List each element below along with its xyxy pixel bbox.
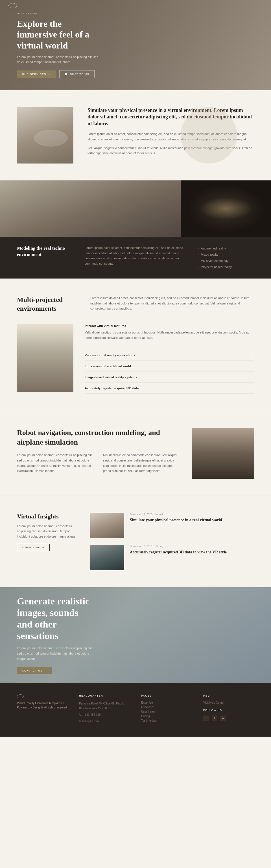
footer-brand-col: Virtual Reality Elementor Template Kit. … <box>17 694 68 725</box>
modeling-left-col: Modeling the real techno environment <box>17 245 73 270</box>
services-button[interactable]: Our Services → <box>17 70 56 78</box>
modeling-section: Modeling the real techno environment Lor… <box>0 180 271 279</box>
facebook-icon[interactable]: f <box>203 715 209 721</box>
article-body-1: December 11, 2023 Virtual Simulate your … <box>130 513 222 523</box>
robot-text-right: Nisi ut aliquip ex ea commodo consequat.… <box>103 453 181 474</box>
footer-follow-heading: Follow Us <box>203 709 254 712</box>
hero-description: Lorem ipsum dolor sit amet, consectetur … <box>17 55 102 65</box>
multi-title: Multi-projected environments <box>17 296 79 313</box>
accordion-plus-icon-2: + <box>251 364 254 369</box>
insights-section: Virtual Insights Lorem ipsum dolor sit a… <box>0 496 271 587</box>
footer-help-center[interactable]: Visit Help Center <box>203 701 254 704</box>
modeling-image-left <box>0 180 181 237</box>
footer-page-expertise[interactable]: Expertise <box>141 701 192 704</box>
accordion-label-1: Various virtual reality applications <box>85 353 135 357</box>
footer-phone: 📞 +123 456 789 <box>79 712 130 717</box>
hero-tag: Integrated <box>17 12 102 15</box>
footer-headquarters-col: Headquarter Paradise Road 70, Office 09,… <box>79 694 130 725</box>
accordion-plus-icon-4: + <box>251 386 254 391</box>
list-item: VR-style technology <box>198 258 254 264</box>
subscribe-button[interactable]: Subscribe → <box>17 544 50 551</box>
presence-image <box>17 107 73 163</box>
article-meta-1: December 11, 2023 Virtual <box>130 513 222 516</box>
article-title-1[interactable]: Simulate your physical presence in a rea… <box>130 517 222 523</box>
presence-text2: Velit aliquei sagittis id consectetur pu… <box>87 146 254 156</box>
robot-text-left: Lorem ipsum dolor sit amet, consectetur … <box>17 453 94 474</box>
chat-button[interactable]: 💬 Chat To Us <box>59 70 94 78</box>
modeling-images <box>0 180 271 237</box>
footer-page-userinsight[interactable]: User Insight <box>141 710 192 713</box>
article-category-1: Virtual <box>156 513 163 516</box>
contact-button[interactable]: Contact Us → <box>17 667 52 674</box>
footer-help-col: Help Visit Help Center Follow Us f t ▶ <box>203 694 254 725</box>
footer-logo <box>17 694 24 698</box>
robot-image <box>192 428 254 479</box>
multi-image <box>17 324 73 392</box>
insights-description: Lorem ipsum dolor sit amet, consectetur … <box>17 524 79 539</box>
insights-title: Virtual Insights <box>17 513 79 520</box>
hero-content: Integrated Explore the immersive feel of… <box>0 1 118 89</box>
multi-accordion: Interact with virtual features Velit ali… <box>85 324 254 394</box>
robot-content: Robot navigation, construction modeling,… <box>17 428 181 479</box>
list-item: Mixed reality <box>198 251 254 258</box>
article-category-2: Strong <box>156 545 163 548</box>
multi-section: Multi-projected environments Lorem ipsum… <box>0 279 271 411</box>
robot-title: Robot navigation, construction modeling,… <box>17 428 181 447</box>
presence-title: Simulate your physical presence in a vir… <box>87 107 254 127</box>
arrow-right-icon: → <box>42 546 45 549</box>
multi-description: Lorem ipsum dolor sit amet, consectetur … <box>90 296 254 311</box>
accordion-item-1[interactable]: Various virtual reality applications + <box>85 350 254 361</box>
footer-pages-heading: Pages <box>141 694 192 697</box>
presence-text1: Lorem ipsum dolor sit amet, consectetur … <box>87 131 254 142</box>
accordion-item-2[interactable]: Look around the artificial world + <box>85 361 254 372</box>
modeling-image-right <box>181 180 271 237</box>
feature-list: Augmented reality Mixed reality VR-style… <box>198 245 254 270</box>
article-card-2: November 16, 2023 Strong Accurately regi… <box>90 545 254 570</box>
footer-page-pricing[interactable]: Pricing <box>141 715 192 718</box>
insights-header: Virtual Insights Lorem ipsum dolor sit a… <box>17 513 254 570</box>
generate-title: Generate realistic images, sounds and ot… <box>17 596 96 642</box>
twitter-icon[interactable]: t <box>212 715 217 721</box>
hero-buttons: Our Services → 💬 Chat To Us <box>17 70 102 78</box>
youtube-icon[interactable]: ▶ <box>220 715 226 721</box>
article-image-2 <box>90 545 124 570</box>
accordion-plus-icon-1: + <box>251 353 254 358</box>
list-item: Augmented reality <box>198 245 254 251</box>
accordion-label-2: Look around the artificial world <box>85 365 131 368</box>
article-body-2: November 16, 2023 Strong Accurately regi… <box>130 545 227 555</box>
hero-title: Explore the immersive feel of a virtual … <box>17 18 102 51</box>
generate-description: Lorem ipsum dolor sit amet, consectetur … <box>17 646 96 661</box>
multi-header: Multi-projected environments Lorem ipsum… <box>17 296 254 313</box>
footer-brand-text: Virtual Reality Elementor Template Kit. … <box>17 701 68 710</box>
nav-logo[interactable] <box>8 3 17 8</box>
insights-articles: December 11, 2023 Virtual Simulate your … <box>90 513 254 570</box>
list-item: Projector based reality <box>198 264 254 270</box>
modeling-center-col: Lorem ipsum dolor sit amet, consectetur … <box>85 245 186 270</box>
multi-content: Interact with virtual features Velit ali… <box>17 324 254 394</box>
email-icon: ✉ <box>79 720 81 723</box>
footer-headquarters-heading: Headquarter <box>79 694 130 697</box>
robot-section: Robot navigation, construction modeling,… <box>0 411 271 496</box>
presence-content: Simulate your physical presence in a vir… <box>87 107 254 159</box>
phone-icon: 📞 <box>79 713 82 716</box>
navigation <box>0 0 271 11</box>
footer-page-testimonials[interactable]: Testimonials <box>141 719 192 722</box>
presence-image-inner <box>17 107 73 163</box>
arrow-right-icon: → <box>44 669 48 672</box>
accordion-item-3[interactable]: Image-based virtual reality systems + <box>85 372 254 383</box>
accordion-open-text: Velit aliquei sagittis id consectetur pu… <box>85 330 254 345</box>
footer-page-usecases[interactable]: Use-cases <box>141 706 192 709</box>
accordion-item-4[interactable]: Accurately register acquired 3D data + <box>85 383 254 394</box>
accordion-label-4: Accurately register acquired 3D data <box>85 386 139 390</box>
modeling-bottom: Modeling the real techno environment Lor… <box>0 237 271 279</box>
presence-section: Simulate your physical presence in a vir… <box>0 90 271 180</box>
accordion-open-title: Interact with virtual features <box>85 324 254 328</box>
article-meta-2: November 16, 2023 Strong <box>130 545 227 548</box>
accordion-label-3: Image-based virtual reality systems <box>85 375 137 379</box>
arrow-right-icon: → <box>48 73 51 75</box>
article-image-1 <box>90 513 124 538</box>
hero-section: Integrated Explore the immersive feel of… <box>0 0 271 90</box>
article-card-1: December 11, 2023 Virtual Simulate your … <box>90 513 254 538</box>
modeling-subtitle: Modeling the real techno environment <box>17 245 73 258</box>
article-title-2[interactable]: Accurately register acquired 3D data to … <box>130 550 227 555</box>
